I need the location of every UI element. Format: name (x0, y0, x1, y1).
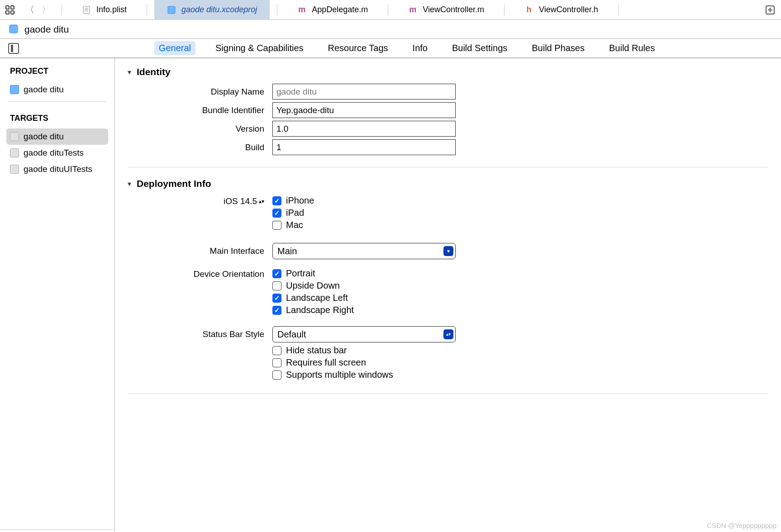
main-interface-label: Main Interface (137, 246, 272, 256)
tab-build-phases[interactable]: Build Phases (527, 41, 589, 55)
target-item[interactable]: gaode ditu (6, 128, 108, 145)
tab-build-rules[interactable]: Build Rules (605, 41, 659, 55)
separator (618, 5, 619, 15)
display-name-input[interactable] (272, 84, 456, 100)
orientation-landscape-right-checkbox[interactable] (272, 306, 281, 315)
sidebar-footer: ＋ － (0, 529, 114, 532)
tab-general[interactable]: General (154, 41, 195, 55)
device-iphone-checkbox[interactable] (272, 196, 281, 205)
sidebar-toggle-icon[interactable] (8, 43, 19, 54)
deployment-section: ▾ Deployment Info iOS 14.5 ▴▾ iPhone (128, 178, 768, 382)
target-item[interactable]: gaode dituUITests (6, 161, 108, 177)
tab-label: gaode ditu.xcodeproj (181, 5, 257, 14)
section-divider (128, 394, 768, 394)
section-divider (128, 167, 768, 167)
tab-viewcontroller-m[interactable]: m ViewController.m (395, 0, 497, 20)
separator (147, 5, 147, 15)
breadcrumb[interactable]: gaode ditu (24, 24, 69, 35)
tab-build-settings[interactable]: Build Settings (448, 41, 512, 55)
device-ipad-checkbox[interactable] (272, 209, 281, 218)
main-interface-combobox[interactable]: Main ▾ (272, 243, 456, 259)
orientation-label: Portrait (286, 268, 315, 279)
tab-info-plist[interactable]: Info.plist (69, 0, 139, 20)
build-input[interactable] (272, 139, 456, 155)
deployment-title: Deployment Info (137, 178, 211, 189)
top-tab-bar: 〈 〉 Info.plist gaode ditu.xcodeproj m Ap… (0, 0, 781, 20)
version-input[interactable] (272, 121, 456, 137)
device-orientation-label: Device Orientation (137, 268, 272, 279)
status-bar-style-label: Status Bar Style (137, 329, 272, 339)
device-label: iPad (286, 208, 304, 218)
check-label: Requires full screen (286, 357, 366, 368)
tab-signing[interactable]: Signing & Capabilities (211, 41, 308, 55)
orientation-label: Upside Down (286, 280, 340, 291)
project-item[interactable]: gaode ditu (6, 81, 108, 98)
svg-rect-0 (6, 6, 9, 9)
project-header: PROJECT (0, 58, 114, 78)
target-item-label: gaode dituTests (24, 148, 84, 158)
forward-button[interactable]: 〉 (38, 4, 54, 16)
status-bar-style-select[interactable]: Default ▴▾ (272, 326, 456, 342)
stepper-icon: ▴▾ (259, 200, 264, 204)
target-app-icon (10, 132, 19, 141)
orientation-portrait-checkbox[interactable] (272, 269, 281, 278)
orientation-upsidedown-checkbox[interactable] (272, 281, 281, 290)
tab-resource-tags[interactable]: Resource Tags (324, 41, 393, 55)
build-label: Build (137, 142, 272, 152)
tab-xcodeproj[interactable]: gaode ditu.xcodeproj (154, 0, 270, 20)
version-label: Version (137, 124, 272, 134)
chevron-down-icon: ▾ (128, 68, 131, 76)
tab-label: ViewController.m (423, 5, 484, 14)
orientation-landscape-left-checkbox[interactable] (272, 294, 281, 303)
ios-version-label: iOS 14.5 (224, 196, 257, 206)
add-tab-button[interactable] (764, 4, 776, 16)
hide-status-bar-checkbox[interactable] (272, 346, 281, 355)
target-item[interactable]: gaode dituTests (6, 145, 108, 161)
device-mac-checkbox[interactable] (272, 221, 281, 230)
back-button[interactable]: 〈 (22, 4, 38, 16)
m-icon: m (408, 5, 417, 14)
h-icon: h (524, 5, 533, 14)
bundle-id-label: Bundle Identifier (137, 105, 272, 115)
deployment-header[interactable]: ▾ Deployment Info (128, 178, 768, 189)
display-name-label: Display Name (137, 87, 272, 97)
tab-info[interactable]: Info (408, 41, 432, 55)
chevron-down-icon: ▾ (443, 246, 453, 256)
tab-label: AppDelegate.m (312, 5, 368, 14)
target-item-label: gaode dituUITests (24, 164, 92, 174)
svg-rect-3 (11, 11, 14, 14)
grid-icon[interactable] (5, 5, 15, 15)
bundle-id-input[interactable] (272, 102, 456, 118)
project-item-label: gaode ditu (24, 85, 64, 95)
target-item-label: gaode ditu (24, 132, 64, 142)
target-uitests-icon (10, 165, 19, 174)
tab-label: Info.plist (96, 5, 127, 14)
target-tests-icon (10, 148, 19, 157)
ios-version-picker[interactable]: iOS 14.5 ▴▾ (224, 196, 264, 206)
svg-rect-1 (11, 6, 14, 9)
targets-header: TARGETS (0, 105, 114, 125)
separator (277, 5, 277, 15)
separator (504, 5, 505, 15)
project-sidebar: PROJECT gaode ditu TARGETS gaode ditu ga… (0, 58, 115, 532)
xcodeproj-icon (167, 5, 176, 14)
editor-content: ▾ Identity Display Name Bundle Identifie… (115, 58, 781, 532)
check-label: Hide status bar (286, 345, 347, 356)
main-interface-value: Main (277, 246, 297, 256)
chevron-down-icon: ▾ (128, 180, 131, 188)
svg-rect-2 (6, 11, 9, 14)
project-icon (10, 85, 19, 94)
watermark: CSDN @Yeppppppppp (707, 522, 776, 529)
orientation-label: Landscape Right (286, 305, 354, 315)
project-icon (9, 24, 19, 34)
supports-multiple-windows-checkbox[interactable] (272, 370, 281, 380)
tab-appdelegate[interactable]: m AppDelegate.m (285, 0, 381, 20)
identity-header[interactable]: ▾ Identity (128, 66, 768, 77)
svg-rect-4 (83, 6, 90, 14)
requires-full-screen-checkbox[interactable] (272, 358, 281, 367)
identity-section: ▾ Identity Display Name Bundle Identifie… (128, 66, 768, 155)
separator (388, 5, 388, 15)
divider (8, 101, 106, 102)
tab-viewcontroller-h[interactable]: h ViewController.h (512, 0, 611, 20)
check-label: Supports multiple windows (286, 370, 393, 380)
